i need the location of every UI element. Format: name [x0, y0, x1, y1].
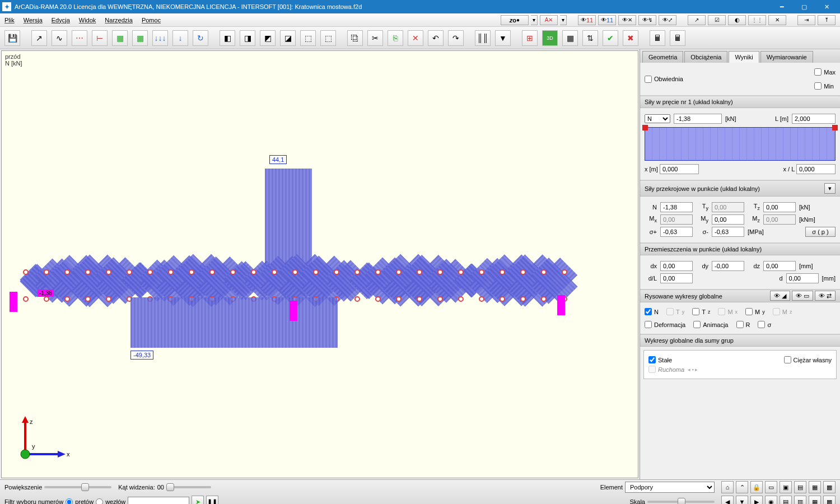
calc1-button[interactable]: 🖩: [650, 30, 665, 46]
check-button[interactable]: ✔: [603, 30, 618, 46]
paste-button[interactable]: ⎘: [388, 30, 403, 46]
grid2-button[interactable]: ▦: [132, 30, 148, 46]
filter-pause-button[interactable]: ❚❚: [206, 496, 218, 504]
sigma-checkbox[interactable]: [758, 321, 765, 328]
nav-down-button[interactable]: ▼: [736, 496, 748, 504]
deform-checkbox[interactable]: [645, 321, 652, 328]
dy-input[interactable]: [712, 261, 744, 271]
filter-button[interactable]: ▼: [495, 30, 511, 46]
nav-c4-button[interactable]: ▦: [809, 496, 821, 504]
load-dist-button[interactable]: ↓↓↓: [152, 30, 168, 46]
bars-button[interactable]: ║║: [475, 30, 491, 46]
menu-wersja[interactable]: Wersja: [24, 17, 43, 24]
diag-Tz-checkbox[interactable]: [692, 308, 699, 315]
menu-plik[interactable]: Plik: [4, 17, 15, 24]
sigma-plus-input[interactable]: [660, 227, 693, 237]
draw-line-button[interactable]: ↗: [31, 30, 47, 46]
snap5-button[interactable]: ✕: [768, 15, 786, 25]
save-button[interactable]: 💾: [4, 30, 20, 46]
cut-button[interactable]: ✂: [367, 30, 383, 46]
load-moment-button[interactable]: ↻: [193, 30, 208, 46]
max-checkbox[interactable]: [814, 68, 822, 76]
nav-b5-button[interactable]: ▩: [823, 481, 836, 493]
nav-c1-button[interactable]: ◉: [765, 496, 777, 504]
minimize-button[interactable]: ━: [771, 0, 793, 13]
tab-wyniki[interactable]: Wyniki: [729, 51, 759, 63]
nav-b4-button[interactable]: ▦: [809, 481, 821, 493]
view3d-6-button[interactable]: ⬚: [320, 30, 336, 46]
nav-b1-button[interactable]: ▭: [765, 481, 777, 493]
R-checkbox[interactable]: [736, 321, 744, 328]
diagram-eye1-button[interactable]: 👁 ◢: [770, 291, 790, 301]
calc2-button[interactable]: 🖩: [670, 30, 685, 46]
view3d-3-button[interactable]: ◩: [260, 30, 276, 46]
section-point-dropdown[interactable]: ▾: [824, 183, 836, 194]
reject-button[interactable]: ✖: [623, 30, 638, 46]
redo-button[interactable]: ↷: [448, 30, 464, 46]
close-button[interactable]: ✕: [815, 0, 838, 13]
view3d-1-button[interactable]: ◧: [220, 30, 235, 46]
snap4-button[interactable]: ⋮⋮: [748, 15, 766, 25]
menu-pomoc[interactable]: Pomoc: [142, 17, 161, 24]
snap2-button[interactable]: ☑: [708, 15, 726, 25]
view-ax-dropdown[interactable]: ▾: [560, 15, 567, 25]
nav-c2-button[interactable]: ▤: [780, 496, 792, 504]
grid-button[interactable]: ▦: [562, 30, 578, 46]
load-point-button[interactable]: ↓: [172, 30, 188, 46]
diagram-eye3-button[interactable]: 👁 ⇄: [815, 291, 836, 301]
filter-bars-radio[interactable]: [66, 498, 73, 505]
diagram-eye2-button[interactable]: 👁 ▭: [792, 291, 813, 301]
sigma-p-button[interactable]: σ ( p ): [805, 227, 836, 237]
undo-button[interactable]: ↶: [428, 30, 444, 46]
view-eye3-button[interactable]: 👁✕: [618, 15, 636, 25]
menu-widok[interactable]: Widok: [79, 17, 96, 24]
nav-left-button[interactable]: ◀: [721, 496, 734, 504]
snap1-button[interactable]: ↗: [688, 15, 706, 25]
My-input[interactable]: [712, 214, 744, 225]
dz-input[interactable]: [763, 261, 796, 271]
dL-input[interactable]: [660, 273, 693, 283]
view3d-5-button[interactable]: ⬚: [300, 30, 316, 46]
nav-c3-button[interactable]: ▥: [794, 496, 806, 504]
view-eye4-button[interactable]: 👁↯: [638, 15, 656, 25]
tab-geometria[interactable]: Geometria: [642, 51, 683, 63]
d-input[interactable]: [786, 273, 819, 283]
maximize-button[interactable]: ▢: [793, 0, 815, 13]
nav-right-button[interactable]: ▶: [750, 496, 763, 504]
N-input[interactable]: [660, 202, 693, 212]
anim-checkbox[interactable]: [693, 321, 701, 328]
view3d-2-button[interactable]: ◨: [240, 30, 255, 46]
zoom-slider[interactable]: [44, 486, 111, 488]
force-diagram[interactable]: [645, 127, 836, 161]
tab-obciazenia[interactable]: Obciążenia: [684, 51, 727, 63]
menu-edycja[interactable]: Edycja: [52, 17, 70, 24]
draw-dots-button[interactable]: ⋯: [72, 30, 87, 46]
sigma-minus-input[interactable]: [712, 227, 744, 237]
flip-v-button[interactable]: ⤒: [818, 15, 836, 25]
nav-b3-button[interactable]: ▤: [794, 481, 806, 493]
scale-slider[interactable]: [647, 501, 715, 503]
ciezar-checkbox[interactable]: [784, 356, 791, 363]
filter-go-button[interactable]: ➤: [192, 496, 204, 504]
flip-h-button[interactable]: ⇥: [797, 15, 815, 25]
diag-N-checkbox[interactable]: [645, 308, 652, 315]
filter-nodes-radio[interactable]: [96, 498, 103, 505]
nav-c5-button[interactable]: ▩: [823, 496, 836, 504]
envelope-checkbox[interactable]: [645, 76, 652, 83]
filter-input[interactable]: [128, 497, 189, 504]
min-checkbox[interactable]: [814, 82, 822, 90]
dx-input[interactable]: [660, 261, 693, 271]
view-zo-dropdown[interactable]: ▾: [531, 15, 538, 25]
Tz-input[interactable]: [763, 202, 796, 212]
tab-wymiarowanie[interactable]: Wymiarowanie: [760, 51, 813, 63]
delete-button[interactable]: ✕: [408, 30, 423, 46]
copy-button[interactable]: ⿻: [347, 30, 363, 46]
element-select[interactable]: Podpory: [625, 482, 715, 493]
force-value-input[interactable]: [674, 114, 722, 124]
menu-narzedzia[interactable]: Narzędzia: [105, 17, 133, 24]
force-select[interactable]: N: [645, 114, 670, 123]
nav-up-button[interactable]: ⌃: [736, 481, 748, 493]
grid1-button[interactable]: ▦: [112, 30, 128, 46]
stale-checkbox[interactable]: [648, 356, 656, 363]
nav-b2-button[interactable]: ▣: [780, 481, 792, 493]
